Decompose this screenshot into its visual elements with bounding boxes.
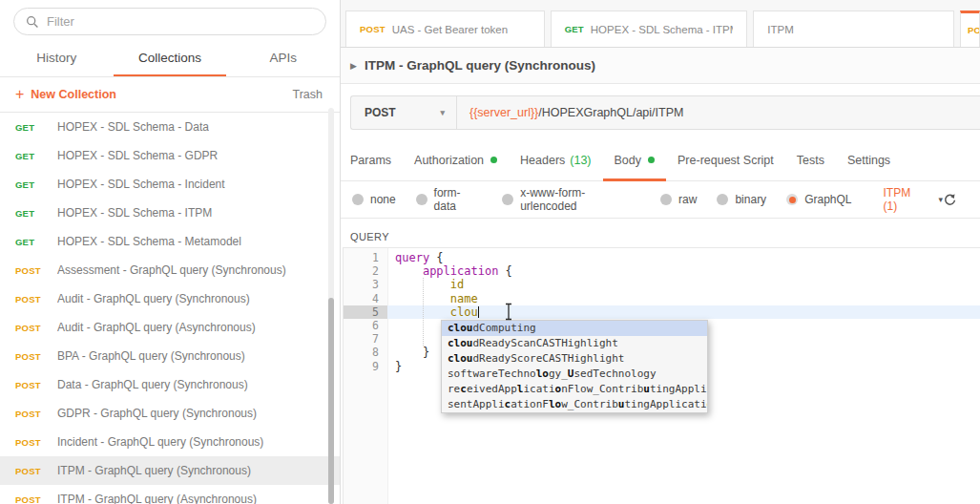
- filter-box[interactable]: [13, 8, 326, 35]
- tab-label: Pre-request Script: [678, 154, 774, 167]
- sidebar-request-list: GETHOPEX - SDL Schema - DataGETHOPEX - S…: [0, 113, 340, 504]
- request-label: BPA - GraphQL query (Synchronous): [57, 349, 245, 363]
- autocomplete-item[interactable]: cloudReadyScanCASTHighlight: [442, 336, 707, 351]
- status-dot-icon: [490, 157, 497, 163]
- tab-label: Tests: [797, 154, 824, 167]
- line-number: 1: [344, 251, 387, 264]
- search-icon: [26, 15, 39, 29]
- sidebar-scrollbar-thumb[interactable]: [328, 298, 334, 504]
- request-tab[interactable]: POSTUAS - Get Bearer token: [345, 10, 545, 47]
- sidebar-tab-apis[interactable]: APIs: [226, 41, 340, 76]
- schema-label: ITPM (1): [883, 186, 927, 213]
- autocomplete-item[interactable]: receivedApplicationFlow_ContributingAppl…: [442, 382, 707, 397]
- new-collection-button[interactable]: + New Collection: [15, 87, 116, 103]
- radio-icon: [717, 194, 728, 205]
- sidebar-scrollbar[interactable]: [328, 108, 334, 504]
- body-mode-binary[interactable]: binary: [717, 193, 766, 206]
- editor-line: 1query {: [344, 251, 980, 264]
- graphql-query-editor[interactable]: 1query {2 application {3 id4 name5 clou6…: [343, 247, 980, 504]
- radio-icon: [352, 194, 364, 205]
- autocomplete-text: icati: [523, 383, 554, 395]
- method-badge: POST: [15, 466, 52, 476]
- sidebar-tab-history[interactable]: History: [0, 41, 114, 76]
- autocomplete-text: softwareTechno: [448, 368, 536, 380]
- request-label: Audit - GraphQL query (Synchronous): [57, 292, 250, 305]
- refresh-schema-button[interactable]: [943, 193, 957, 207]
- tab-tests[interactable]: Tests: [785, 141, 836, 181]
- sidebar-request-item[interactable]: POSTData - GraphQL query (Synchronous): [0, 370, 340, 399]
- sidebar-request-item[interactable]: POSTITPM - GraphQL query (Synchronous): [0, 456, 340, 485]
- code-line[interactable]: query {: [387, 251, 980, 264]
- request-label: HOPEX - SDL Schema - Incident: [57, 178, 225, 191]
- body-mode-GraphQL[interactable]: GraphQL: [786, 193, 851, 206]
- autocomplete-text: u: [643, 383, 650, 395]
- sidebar-request-item[interactable]: GETHOPEX - SDL Schema - Data: [0, 113, 340, 141]
- sidebar-request-item[interactable]: POSTBPA - GraphQL query (Synchronous): [0, 342, 340, 370]
- method-badge: POST: [15, 323, 52, 333]
- request-tab-active[interactable]: POST: [960, 10, 980, 47]
- request-tab[interactable]: ITPM: [753, 10, 954, 47]
- request-label: HOPEX - SDL Schema - GDPR: [57, 149, 218, 162]
- body-mode-label: x-www-form-urlencoded: [520, 186, 640, 213]
- autocomplete-item[interactable]: cloudComputing: [442, 321, 707, 336]
- autocomplete-text: re: [448, 383, 460, 395]
- tab-authorization[interactable]: Authorization: [403, 141, 509, 181]
- body-mode-x-www-form-urlencoded[interactable]: x-www-form-urlencoded: [502, 186, 640, 213]
- line-number: 6: [344, 319, 387, 332]
- code-token: clou: [450, 305, 478, 319]
- code-token: id: [450, 278, 464, 291]
- sidebar-request-item[interactable]: POSTIncident - GraphQL query (Synchronou…: [0, 428, 340, 456]
- editor-line: 2 application {: [344, 264, 980, 278]
- trash-button[interactable]: Trash: [293, 88, 323, 101]
- code-line[interactable]: name: [387, 292, 980, 305]
- body-mode-label: GraphQL: [804, 193, 851, 206]
- body-mode-none[interactable]: none: [352, 193, 396, 206]
- request-label: ITPM - GraphQL query (Asynchronous): [57, 493, 257, 504]
- collapse-caret-icon[interactable]: ▶: [350, 61, 357, 71]
- sidebar-request-item[interactable]: GETHOPEX - SDL Schema - ITPM: [0, 199, 340, 227]
- request-tab[interactable]: GETHOPEX - SDL Schema - ITPM: [551, 10, 748, 47]
- autocomplete-item[interactable]: cloudReadyScoreCASTHighlight: [442, 351, 707, 367]
- filter-input[interactable]: [47, 14, 316, 29]
- tab-headers[interactable]: Headers(13): [509, 141, 602, 181]
- tab-label: Authorization: [414, 154, 484, 167]
- method-badge: POST: [15, 351, 52, 362]
- url-input[interactable]: {{server_url}}/HOPEXGraphQL/api/ITPM: [457, 106, 683, 119]
- tab-body[interactable]: Body: [603, 141, 667, 181]
- graphql-schema-dropdown[interactable]: ITPM (1) ▾: [883, 186, 943, 213]
- method-badge: POST: [15, 494, 52, 504]
- code-line[interactable]: application {: [387, 264, 980, 278]
- sidebar-request-item[interactable]: POSTGDPR - GraphQL query (Synchronous): [0, 399, 340, 428]
- tab-settings[interactable]: Settings: [836, 141, 902, 181]
- method-dropdown[interactable]: POST ▾: [351, 96, 456, 129]
- code-line[interactable]: id: [387, 278, 980, 291]
- autocomplete-dropdown: cloudComputingcloudReadyScanCASTHighligh…: [441, 320, 708, 413]
- body-mode-form-data[interactable]: form-data: [416, 186, 483, 213]
- tab-pre-request-script[interactable]: Pre-request Script: [666, 141, 785, 181]
- radio-icon: [416, 194, 427, 205]
- sidebar-request-item[interactable]: POSTAudit - GraphQL query (Asynchronous): [0, 313, 340, 342]
- autocomplete-item[interactable]: softwareTechnology_UsedTechnology: [442, 367, 707, 382]
- headers-count: (13): [570, 154, 591, 167]
- code-line[interactable]: clou: [387, 305, 980, 319]
- tab-label: Settings: [847, 154, 890, 167]
- sidebar-request-item[interactable]: GETHOPEX - SDL Schema - GDPR: [0, 141, 340, 170]
- sidebar-request-item[interactable]: POSTAssessment - GraphQL query (Synchron…: [0, 256, 340, 284]
- autocomplete-item[interactable]: sentApplicationFlow_ContributingApplicat…: [442, 397, 707, 412]
- radio-icon: [502, 194, 513, 205]
- url-path: /HOPEXGraphQL/api/ITPM: [538, 106, 683, 119]
- method-badge: POST: [360, 24, 386, 34]
- autocomplete-text: lo: [536, 368, 549, 380]
- code-token: {: [436, 251, 443, 264]
- sidebar-request-item[interactable]: POSTAudit - GraphQL query (Synchronous): [0, 284, 340, 313]
- request-section-tabs: ParamsAuthorizationHeaders(13)BodyPre-re…: [341, 141, 980, 181]
- autocomplete-text: clou: [448, 352, 473, 365]
- sidebar-request-item[interactable]: GETHOPEX - SDL Schema - Metamodel: [0, 227, 340, 256]
- body-mode-label: raw: [678, 193, 697, 206]
- request-label: Assessment - GraphQL query (Synchronous): [57, 263, 286, 277]
- tab-params[interactable]: Params: [350, 141, 403, 181]
- sidebar-tab-collections[interactable]: Collections: [114, 41, 227, 76]
- sidebar-request-item[interactable]: POSTITPM - GraphQL query (Asynchronous): [0, 485, 340, 504]
- body-mode-raw[interactable]: raw: [660, 193, 697, 206]
- sidebar-request-item[interactable]: GETHOPEX - SDL Schema - Incident: [0, 170, 340, 199]
